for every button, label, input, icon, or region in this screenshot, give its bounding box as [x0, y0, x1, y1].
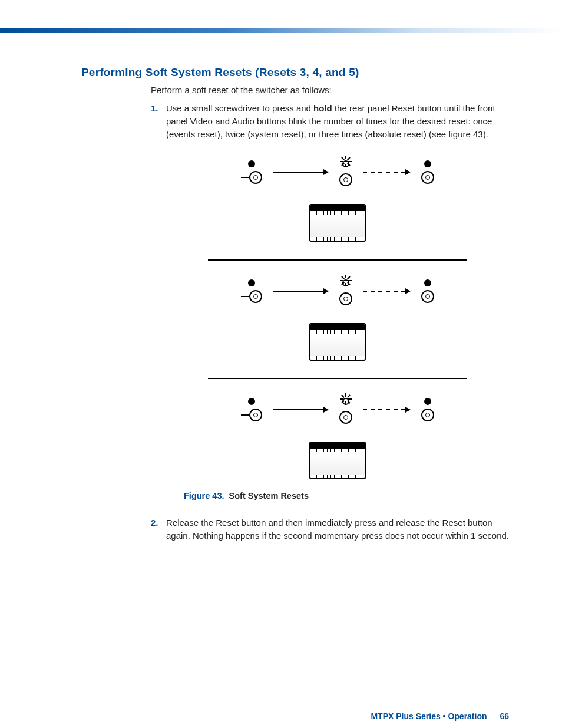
- intro-text: Perform a soft reset of the switcher as …: [151, 84, 509, 96]
- led-blink-icon: [340, 158, 352, 170]
- figure-43-diagram: [166, 158, 509, 479]
- lcd-panel-icon: [309, 323, 366, 361]
- reset-button-icon: [421, 171, 434, 184]
- led-off-icon: [424, 160, 431, 167]
- reset-button-icon: [339, 411, 352, 424]
- footer-doc-title: MTPX Plus Series • Operation: [371, 711, 487, 721]
- led-off-icon: [248, 398, 255, 405]
- reset-button-icon: [339, 173, 352, 186]
- reset-button-icon: [421, 290, 434, 303]
- led-off-icon: [248, 160, 255, 167]
- step-1: Use a small screwdriver to press and hol…: [151, 102, 509, 502]
- led-off-icon: [424, 279, 431, 286]
- arrow-dashed-icon: [363, 169, 411, 175]
- reset-sequence-row: [241, 158, 434, 186]
- reset-sequence-row: [241, 396, 434, 424]
- arrow-solid-icon: [273, 407, 329, 413]
- reset-button-icon: [339, 292, 352, 305]
- reset-button-icon: [249, 290, 262, 303]
- led-blink-icon: [340, 396, 352, 407]
- arrow-solid-icon: [273, 169, 329, 175]
- reset-button-icon: [249, 171, 262, 184]
- divider-line: [208, 259, 467, 261]
- step1-part-a: Use a small screwdriver to press and: [166, 103, 313, 113]
- step-2: Release the Reset button and then immedi…: [151, 516, 509, 542]
- figure-caption: Figure 43. Soft System Resets: [184, 490, 509, 502]
- led-off-icon: [424, 398, 431, 405]
- step1-bold: hold: [313, 103, 332, 113]
- page-footer: MTPX Plus Series • Operation 66: [371, 711, 509, 721]
- lcd-panel-icon: [309, 204, 366, 242]
- reset-button-icon: [249, 409, 262, 421]
- arrow-dashed-icon: [363, 288, 411, 294]
- arrow-dashed-icon: [363, 407, 411, 413]
- led-blink-icon: [340, 277, 352, 289]
- reset-sequence-row: [241, 277, 434, 305]
- figure-title: Soft System Resets: [229, 491, 309, 500]
- figure-number: Figure 43.: [184, 491, 224, 500]
- section-heading: Performing Soft System Resets (Resets 3,…: [81, 66, 509, 79]
- reset-button-icon: [421, 409, 434, 421]
- divider-line: [208, 378, 467, 380]
- arrow-solid-icon: [273, 288, 329, 294]
- footer-page-number: 66: [500, 711, 509, 721]
- header-gradient-bar: [0, 28, 562, 33]
- led-off-icon: [248, 279, 255, 286]
- lcd-panel-icon: [309, 442, 366, 479]
